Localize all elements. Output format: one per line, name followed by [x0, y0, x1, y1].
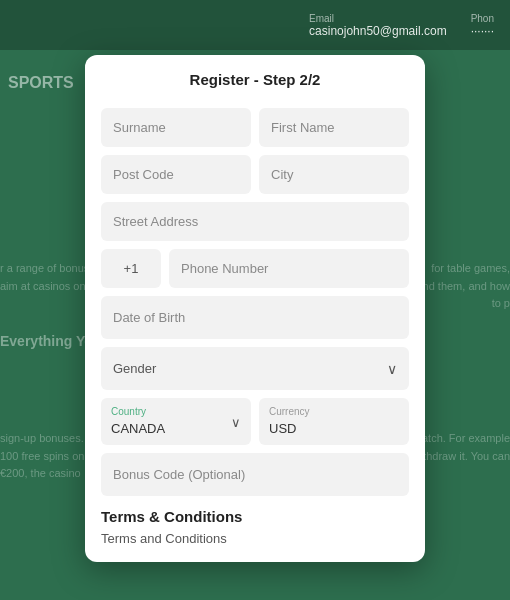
modal-overlay: Register - Step 2/2 +1 [0, 0, 510, 600]
country-select[interactable]: Country CANADA ∨ [101, 398, 251, 445]
dob-input[interactable] [101, 296, 409, 339]
city-input[interactable] [259, 155, 409, 194]
country-currency-row: Country CANADA ∨ Currency USD [101, 398, 409, 445]
street-row [101, 202, 409, 241]
phone-code: +1 [101, 249, 161, 288]
surname-input[interactable] [101, 108, 251, 147]
postcode-city-row [101, 155, 409, 194]
currency-field: Currency USD [259, 398, 409, 445]
terms-title: Terms & Conditions [101, 508, 409, 525]
phone-number-input[interactable] [169, 249, 409, 288]
modal-header: Register - Step 2/2 [85, 55, 425, 100]
currency-value: USD [269, 421, 296, 436]
register-modal: Register - Step 2/2 +1 [85, 55, 425, 562]
gender-select-wrapper: Gender Male Female Other ∨ [101, 347, 409, 390]
street-input[interactable] [101, 202, 409, 241]
postcode-input[interactable] [101, 155, 251, 194]
terms-link[interactable]: Terms and Conditions [101, 531, 409, 546]
firstname-input[interactable] [259, 108, 409, 147]
modal-title: Register - Step 2/2 [190, 71, 321, 88]
gender-select[interactable]: Gender Male Female Other [101, 347, 409, 390]
country-value: CANADA [111, 421, 165, 436]
country-chevron-icon: ∨ [231, 414, 241, 429]
bonus-code-input[interactable] [101, 453, 409, 496]
name-row [101, 108, 409, 147]
phone-row: +1 [101, 249, 409, 288]
currency-label: Currency [269, 406, 399, 417]
country-label: Country [111, 406, 241, 417]
modal-body: +1 Gender Male Female Other ∨ Country [85, 100, 425, 562]
